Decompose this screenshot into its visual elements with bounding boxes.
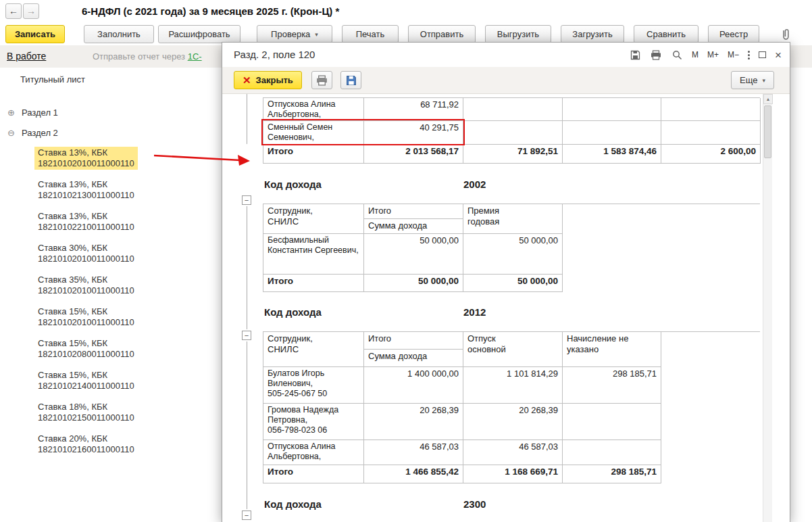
total-amount-cell[interactable]: 50 000,00	[364, 275, 463, 292]
fill-button[interactable]: Заполнить	[84, 25, 154, 43]
save-icon[interactable]	[629, 49, 641, 61]
sidebar-item-rate-2[interactable]: Ставка 13%, КБК 18210102210011000110	[34, 210, 138, 233]
amount-cell[interactable]: 50 000,00	[463, 234, 563, 275]
scale-m-plus-button[interactable]: M+	[707, 50, 719, 60]
register-button[interactable]: Реестр	[708, 25, 759, 43]
scale-m-button[interactable]: M	[692, 50, 699, 60]
dialog-titlebar[interactable]: Разд. 2, поле 120 M M+ M− ×	[222, 43, 790, 67]
amount-cell[interactable]: 20 268,39	[463, 404, 563, 440]
sidebar-item-rate-4[interactable]: Ставка 35%, КБК 18210102010011000110	[34, 274, 138, 297]
amount-cell[interactable]: 298 185,71	[563, 367, 661, 404]
employee-cell[interactable]: Отпускова Алина Альбертовна,	[263, 98, 364, 121]
header-text: Отпуск основной	[467, 333, 527, 355]
sidebar-item-rate-9[interactable]: Ставка 20%, КБК 18210102160011000110	[34, 433, 138, 456]
send-label: Отправить	[420, 29, 463, 39]
amount-cell[interactable]: 46 587,03	[463, 440, 563, 465]
total-amount-cell[interactable]: 1 168 669,71	[463, 465, 563, 483]
amount-cell[interactable]: 46 587,03	[364, 440, 463, 465]
sidebar-item-rate-1[interactable]: Ставка 13%, КБК 18210102130011000110	[34, 179, 138, 201]
group-collapse-button-2012[interactable]: −	[242, 331, 251, 340]
column-header[interactable]: Сотрудник, СНИЛС	[263, 332, 364, 367]
total-amount-cell[interactable]: 2 600,00	[661, 145, 761, 164]
employee-cell[interactable]: Бесфамильный Константин Сергеевич,	[263, 234, 364, 275]
amount-cell[interactable]	[563, 404, 661, 440]
close-icon[interactable]: ×	[775, 49, 782, 61]
total-label-cell[interactable]: Итого	[263, 145, 364, 164]
sidebar-item-title-page[interactable]: Титульный лист	[20, 74, 85, 85]
amount-cell[interactable]	[563, 440, 661, 465]
collapse-minus-icon[interactable]: ⊖	[7, 128, 15, 138]
total-label-cell[interactable]: Итого	[263, 465, 364, 483]
dialog-save-button[interactable]	[340, 71, 361, 89]
employee-cell[interactable]: Сменный Семен Семенович,	[263, 121, 364, 145]
scroll-up-icon[interactable]: ▲	[763, 94, 773, 104]
total-amount-cell[interactable]: 50 000,00	[463, 275, 563, 292]
column-header[interactable]: Итого	[364, 204, 463, 219]
check-button[interactable]: Проверка▾	[257, 25, 332, 43]
total-amount-cell[interactable]: 298 185,71	[563, 465, 661, 483]
nav-back-button[interactable]: ←	[5, 3, 22, 19]
amount-cell[interactable]: 40 291,75	[364, 121, 463, 145]
amount-cell[interactable]: 50 000,00	[364, 234, 463, 275]
print-button[interactable]: Печать	[342, 25, 399, 43]
scale-m-minus-button[interactable]: M−	[728, 50, 739, 60]
more-menu-icon[interactable]	[748, 51, 750, 60]
status-state-link[interactable]: В работе	[7, 51, 46, 62]
sidebar-item-section2[interactable]: Раздел 2	[22, 128, 58, 138]
total-amount-cell[interactable]: 71 892,51	[463, 145, 563, 164]
empty-cell[interactable]	[661, 121, 761, 145]
total-amount-cell[interactable]: 2 013 568,17	[364, 145, 463, 164]
expand-plus-icon[interactable]: ⊕	[7, 108, 15, 118]
sidebar-item-rate-6[interactable]: Ставка 15%, КБК 18210102080011000110	[34, 337, 138, 360]
column-header[interactable]: Сумма дохода	[364, 350, 463, 367]
group-collapse-button-2002[interactable]: −	[242, 195, 251, 205]
explain-button[interactable]: Расшифровать	[158, 25, 240, 43]
print-icon[interactable]	[650, 49, 662, 61]
column-header[interactable]: Итого	[364, 332, 463, 350]
empty-cell[interactable]	[563, 121, 661, 145]
vertical-scrollbar[interactable]: ▲	[763, 94, 772, 522]
sidebar-item-rate-0[interactable]: Ставка 13%, КБК 18210102010011000110	[34, 147, 138, 170]
total-amount-cell[interactable]: 1 466 855,42	[364, 465, 463, 483]
scrollbar-thumb[interactable]	[764, 105, 771, 158]
column-header[interactable]: Начисление не указано	[563, 332, 661, 367]
column-header[interactable]: Сумма дохода	[364, 219, 463, 234]
employee-cell[interactable]: Отпускова Алина Альбертовна,	[263, 440, 364, 465]
empty-cell[interactable]	[463, 121, 563, 145]
employee-cell[interactable]: Булатов Игорь Виленович, 505-245-067 50	[263, 367, 364, 404]
group-collapse-button-2300[interactable]: −	[242, 511, 251, 520]
export-button[interactable]: Выгрузить	[485, 25, 551, 43]
sidebar-item-rate-8[interactable]: Ставка 18%, КБК 18210102150011000110	[34, 401, 138, 424]
employee-cell[interactable]: Громова Надежда Петровна, 056-798-023 06	[263, 404, 364, 440]
amount-cell[interactable]: 1 101 814,29	[463, 367, 563, 404]
amount-cell[interactable]: 1 400 000,00	[364, 367, 463, 404]
empty-cell[interactable]	[563, 98, 661, 121]
compare-button[interactable]: Сравнить	[634, 25, 699, 43]
total-label-cell[interactable]: Итого	[263, 275, 364, 292]
sidebar-item-rate-5[interactable]: Ставка 15%, КБК 18210102010011000110	[34, 306, 138, 329]
send-button[interactable]: Отправить	[408, 25, 476, 43]
total-amount-cell[interactable]: 1 583 874,46	[563, 145, 661, 164]
column-header[interactable]: Премия годовая	[463, 204, 563, 234]
dialog-more-button[interactable]: Еще ▾	[731, 71, 774, 89]
sidebar-item-section1[interactable]: Раздел 1	[22, 108, 58, 118]
amount-cell[interactable]: 68 711,92	[364, 98, 463, 121]
sidebar-item-rate-7[interactable]: Ставка 15%, КБК 18210102140011000110	[34, 369, 138, 392]
import-button[interactable]: Загрузить	[561, 25, 624, 43]
paperclip-icon	[780, 28, 791, 41]
maximize-icon[interactable]	[759, 51, 766, 58]
header-text: Премия годовая	[467, 206, 527, 227]
amount-cell[interactable]: 20 268,39	[364, 404, 463, 440]
dialog-print-button[interactable]	[311, 71, 332, 89]
save-button[interactable]: Записать	[5, 25, 65, 43]
nav-forward-button[interactable]: →	[23, 3, 39, 19]
sidebar-item-rate-3[interactable]: Ставка 30%, КБК 18210102010011000110	[34, 242, 138, 265]
attachments-button[interactable]	[777, 26, 794, 43]
close-dialog-button[interactable]: ✕ Закрыть	[234, 71, 302, 89]
empty-cell[interactable]	[463, 98, 563, 121]
status-hint-link[interactable]: 1С-	[188, 51, 202, 62]
empty-cell[interactable]	[661, 98, 761, 121]
column-header[interactable]: Сотрудник, СНИЛС	[263, 204, 364, 234]
column-header[interactable]: Отпуск основной	[463, 332, 563, 367]
preview-icon[interactable]	[671, 49, 683, 61]
